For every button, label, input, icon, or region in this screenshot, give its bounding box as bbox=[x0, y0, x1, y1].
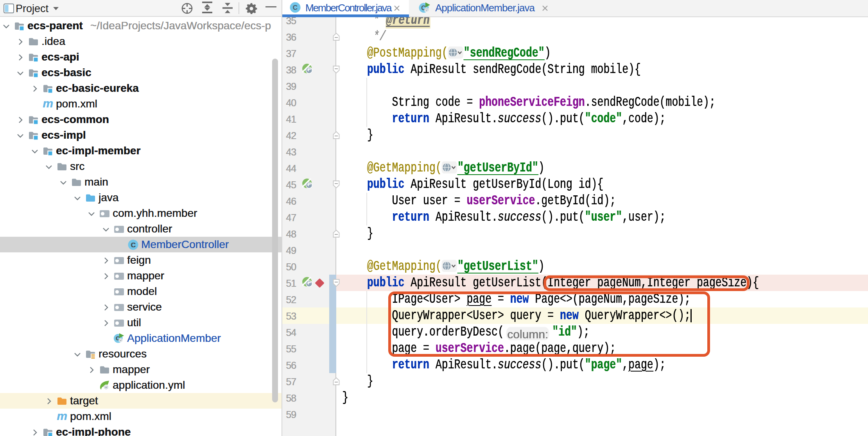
svg-text:C: C bbox=[131, 241, 135, 248]
svg-text:C: C bbox=[293, 4, 298, 11]
